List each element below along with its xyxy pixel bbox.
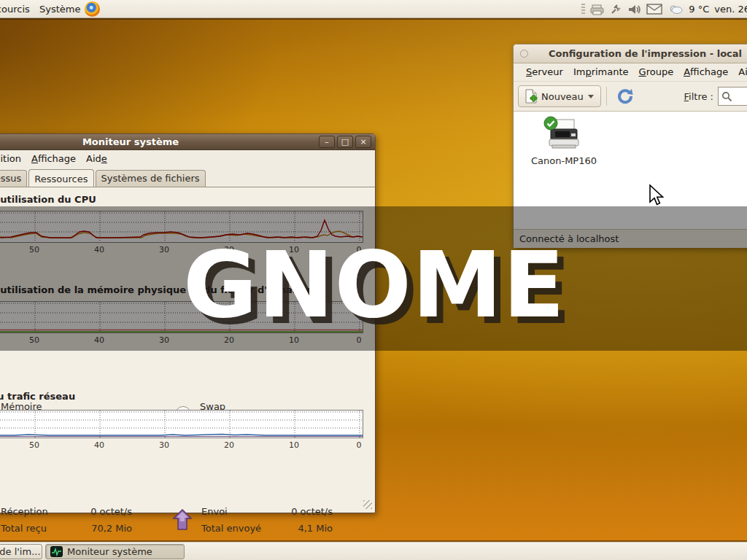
menu-places[interactable]: Raccourcis [0,0,36,18]
network-section-title: Historique du trafic réseau [0,391,75,402]
printer-name-label: Canon-MP160 [524,155,604,166]
taskbar-button-label: Configuration de l'im... [0,546,41,557]
reception-label: Réception [1,506,48,517]
axis-tick-label: 20 [224,440,234,450]
printer-menu-bar: ServeurImprimanteGroupeAffichageAide [514,63,747,82]
axis-tick-label: 0 [357,440,362,450]
resize-grip[interactable] [363,500,372,509]
sysmon-menu-bar: ÉditionAffichageAide [0,150,375,168]
tab-systèmes-de-fichiers[interactable]: Systèmes de fichiers [96,170,206,187]
taskbar: Configuration de l'im... Moniteur systèm… [0,542,747,560]
network-axis-ticks: 50403020100 [0,440,363,451]
printer-search-input[interactable] [718,87,747,106]
refresh-button[interactable] [612,85,637,107]
gnome-watermark-band: GNOME [0,206,747,351]
sent-rate-value: 0 octet/s [260,506,333,517]
refresh-icon [616,88,633,105]
chevron-down-icon [587,94,595,99]
total-received-value: 70,2 Mio [70,523,132,534]
printer-toolbar: Nouveau Filtre : [514,82,747,112]
menu-item-groupe[interactable]: Groupe [634,63,679,81]
printer-list-item[interactable]: Canon-MP160 [524,117,604,166]
menu-item-aide[interactable]: Aide [733,63,747,81]
mail-icon[interactable] [646,4,662,15]
reception-rate-value: 0 octet/s [70,506,132,517]
desktop: { "desktop": { "watermark": "GNOME" }, "… [0,0,747,560]
new-button-label: Nouveau [541,91,584,102]
menu-item-affichage[interactable]: Affichage [26,150,81,168]
close-button[interactable]: × [355,136,371,148]
minimize-button[interactable]: – [319,136,335,148]
axis-tick-label: 10 [289,440,299,450]
printer-ok-badge-icon [543,116,558,131]
axis-tick-label: 30 [159,440,169,450]
taskbar-button-system-monitor[interactable]: Moniteur système [45,544,185,559]
taskbar-button-label: Moniteur système [67,546,152,557]
upload-arrow-icon [172,508,193,532]
sysmon-tabs: ProcessusRessourcesSystèmes de fichiers [0,168,375,187]
tab-ressources[interactable]: Ressources [28,169,93,187]
printer-device-icon [545,117,583,152]
plug-icon[interactable] [610,4,622,15]
window-menu-icon[interactable] [520,50,528,58]
sent-rate-label: Envoi [201,506,228,517]
taskbar-button-printer-config[interactable]: Configuration de l'im... [0,544,42,559]
axis-tick-label: 40 [94,440,104,450]
menu-item-serveur[interactable]: Serveur [521,63,568,81]
search-icon [721,91,732,102]
system-monitor-icon [50,546,63,557]
volume-icon[interactable] [627,4,641,15]
maximize-button[interactable]: □ [337,136,353,148]
weather-icon[interactable] [667,4,684,15]
filter-label: Filtre : [684,91,718,102]
total-sent-value: 4,1 Mio [260,523,333,534]
menu-item-aide[interactable]: Aide [81,150,112,168]
mouse-cursor [648,184,665,207]
tray-grip-handle[interactable] [581,4,585,15]
printer-window-titlebar[interactable]: Configuration de l'impression - local [514,44,747,63]
menu-system[interactable]: Système [34,0,86,18]
sysmon-titlebar[interactable]: Moniteur système – □ × [0,134,375,150]
firefox-icon[interactable] [85,1,100,17]
system-tray: 9 °C ven. 26 [581,0,747,18]
menu-item-affichage[interactable]: Affichage [678,63,733,81]
tab-processus[interactable]: Processus [0,170,27,187]
clock-date[interactable]: ven. 26 [714,4,747,15]
menu-item-édition[interactable]: Édition [0,150,26,168]
total-sent-label: Total envoyé [201,523,261,534]
new-document-icon [525,89,538,104]
axis-tick-label: 50 [29,440,39,450]
printer-tray-icon[interactable] [590,4,605,15]
top-panel: Raccourcis Système 9 °C ven. 26 [0,0,747,18]
printer-window-title: Configuration de l'impression - local [549,44,742,63]
toolbar-separator [606,87,607,106]
total-received-label: Total reçu [1,523,47,534]
gnome-watermark-text: GNOME [183,233,565,338]
network-history-chart [0,410,363,438]
cpu-section-title: Historique d'utilisation du CPU [0,194,96,205]
sysmon-window-title: Moniteur système [82,134,179,150]
temperature-indicator[interactable]: 9 °C [689,4,709,15]
menu-item-imprimante[interactable]: Imprimante [568,63,634,81]
new-printer-button[interactable]: Nouveau [518,85,601,107]
reception-series-line [0,434,363,435]
